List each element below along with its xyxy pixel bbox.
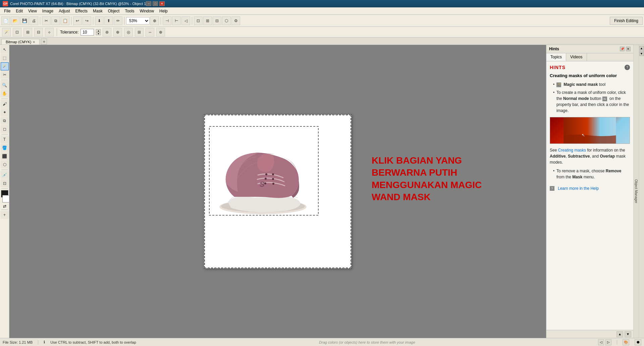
close-button[interactable]: ✕ (159, 1, 165, 6)
learn-more-link[interactable]: Learn more in the Help (558, 185, 599, 191)
redo-button[interactable]: ↪ (83, 16, 91, 25)
hints-pin-button[interactable]: 📌 (620, 47, 625, 51)
select-additive-mode[interactable]: ⊞ (23, 28, 32, 37)
color-expand-btn[interactable]: ⬢ (635, 339, 641, 345)
sample-merged-button[interactable]: ⊕ (113, 28, 122, 37)
fill-tool[interactable]: 🪣 (1, 144, 9, 152)
zoom-select[interactable]: 53% 25% 50% 75% 100% 200% (126, 17, 150, 24)
undo-button[interactable]: ↩ (73, 16, 82, 25)
path-tool[interactable]: ⬡ (1, 161, 9, 169)
magic-wand-mask-tool[interactable]: 🪄 (1, 62, 9, 70)
menu-object[interactable]: Object (105, 8, 122, 14)
print-button[interactable]: 🖨 (30, 16, 38, 25)
tolerance-spin: ▲ ▼ (96, 29, 101, 35)
tolerance-input[interactable] (80, 29, 94, 36)
open-button[interactable]: 📂 (11, 16, 19, 25)
menu-effects[interactable]: Effects (73, 8, 90, 14)
shape-tool[interactable]: ⬛ (1, 152, 9, 160)
tool-sep-6 (1, 210, 8, 210)
hints-close-button[interactable]: ✕ (626, 47, 631, 51)
paint-tool[interactable]: 🖌 (1, 100, 9, 108)
finish-editing-button[interactable]: Finish Editing (610, 17, 643, 25)
menu-edit[interactable]: Edit (13, 8, 25, 14)
object-prop-button[interactable]: ⊡ (194, 16, 203, 25)
menu-window[interactable]: Window (137, 8, 157, 14)
export-button[interactable]: ⬆ (104, 16, 113, 25)
effects-button[interactable]: ⬡ (222, 16, 231, 25)
add-btn[interactable]: ⊕ (156, 28, 165, 37)
crop-tool[interactable]: ✂ (1, 71, 9, 79)
feather-button[interactable]: ⟡ (45, 28, 54, 37)
expand-down-btn[interactable]: ▼ (639, 51, 644, 56)
options-button[interactable]: ⚙ (231, 16, 240, 25)
align-left-button[interactable]: ⊣ (163, 16, 171, 25)
custom-btn[interactable]: ⊞ (135, 28, 144, 37)
tolerance-up[interactable]: ▲ (96, 29, 101, 32)
status-info-icon: ℹ (44, 340, 45, 344)
select-normal-mode[interactable]: ⊡ (13, 28, 21, 37)
learn-more-icon: ? (550, 186, 554, 191)
edit-button[interactable]: ✏ (114, 16, 122, 25)
svg-point-8 (272, 183, 274, 185)
hints-collapse-btn[interactable]: ▲ (616, 331, 623, 337)
pan-tool[interactable]: ✋ (1, 90, 9, 98)
hints-help-icon[interactable]: ? (625, 65, 630, 70)
effect-tool[interactable]: ✦ (1, 108, 9, 116)
mask-tool[interactable]: ⬚ (1, 54, 9, 62)
clone-tool[interactable]: ⧉ (1, 117, 9, 125)
move-left-button[interactable]: ◁ (181, 16, 190, 25)
zoom-fit-button[interactable]: ⊕ (150, 16, 159, 25)
add-tab-button[interactable]: + (41, 39, 47, 45)
erase-tool[interactable]: ◻ (1, 125, 9, 133)
minimize-button[interactable]: – (146, 1, 151, 6)
zoom-tool[interactable]: 🔍 (1, 81, 9, 89)
title-bar: CP Corel PHOTO-PAINT X7 (64-Bit) : Bitma… (0, 0, 644, 7)
import-button[interactable]: ⬇ (95, 16, 104, 25)
menu-view[interactable]: View (25, 8, 40, 14)
pan-view-tool[interactable]: ⊡ (1, 179, 9, 187)
save-button[interactable]: 💾 (20, 16, 29, 25)
menu-file[interactable]: File (1, 8, 13, 14)
tab-topics[interactable]: Topics (546, 53, 566, 61)
anti-alias-button[interactable]: ⊛ (103, 28, 111, 37)
transform-btn[interactable]: ↔ (146, 28, 154, 37)
snap-button[interactable]: ⊞ (203, 16, 212, 25)
tab-close-icon[interactable]: ✕ (33, 40, 35, 44)
object-manager-tab[interactable]: Object Manager (633, 45, 639, 338)
magic-wand-tool-icon[interactable]: 🪄 (2, 28, 11, 37)
tolerance-down[interactable]: ▼ (96, 32, 101, 35)
swap-colors-button[interactable]: ⇄ (3, 204, 6, 209)
tab-videos[interactable]: Videos (566, 53, 587, 61)
hints-see-text: See Creating masks for information on th… (550, 147, 630, 165)
hints-header-controls: 📌 ✕ (620, 46, 631, 52)
expand-up-btn[interactable]: ▲ (639, 46, 644, 51)
menu-mask[interactable]: Mask (90, 8, 105, 14)
select-similar-button[interactable]: ◎ (124, 28, 133, 37)
hints-expand-btn[interactable]: ▼ (625, 331, 631, 337)
copy-button[interactable]: ⧉ (51, 16, 60, 25)
color-manager-btn[interactable]: 🎨 (623, 339, 629, 345)
text-tool[interactable]: T (1, 135, 9, 143)
menu-help[interactable]: Help (157, 8, 170, 14)
background-color[interactable] (2, 195, 10, 203)
select-subtractive-mode[interactable]: ⊟ (34, 28, 43, 37)
scroll-prev-btn[interactable]: ◁ (598, 339, 604, 345)
cut-button[interactable]: ✂ (42, 16, 51, 25)
shoe-image: S (208, 121, 322, 222)
menu-tools[interactable]: Tools (122, 8, 137, 14)
maximize-button[interactable]: □ (153, 1, 158, 6)
paste-button[interactable]: 📋 (61, 16, 69, 25)
menu-image[interactable]: Image (40, 8, 56, 14)
transform-button[interactable]: ⊟ (213, 16, 221, 25)
canvas-area[interactable]: S (9, 45, 546, 338)
add-document-button[interactable]: + (1, 211, 9, 219)
tab-bitmap[interactable]: Bitmap (CMYK) ✕ (1, 39, 40, 45)
new-button[interactable]: 📄 (1, 16, 10, 25)
pointer-tool[interactable]: ↖ (1, 46, 9, 54)
creating-masks-link[interactable]: Creating masks (558, 148, 586, 153)
scroll-next-btn[interactable]: ▷ (605, 339, 611, 345)
eyedropper-tool[interactable]: 💉 (1, 171, 9, 179)
canvas-container[interactable]: S (204, 114, 352, 269)
menu-adjust[interactable]: Adjust (56, 8, 72, 14)
align-right-button[interactable]: ⊢ (172, 16, 181, 25)
